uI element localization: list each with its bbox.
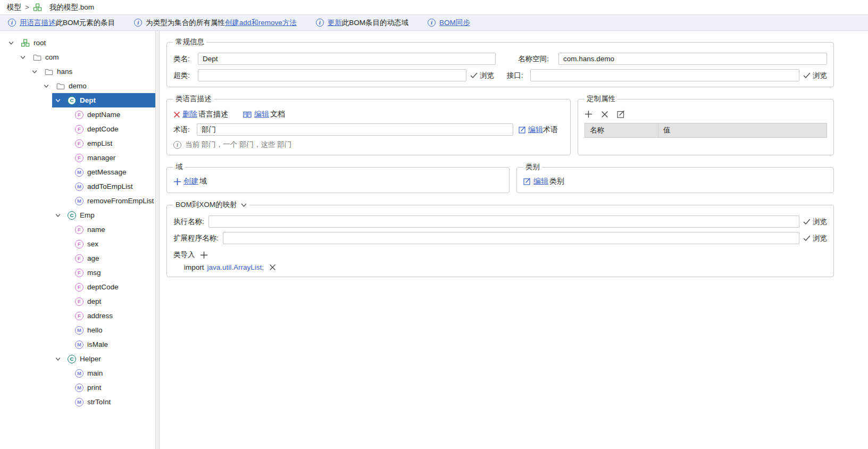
chevron-down-icon[interactable]: [55, 356, 68, 362]
categories-section: 类别 编辑 类别: [516, 162, 834, 193]
executor-name-label: 扩展程序名称:: [173, 234, 219, 243]
infobar-item-text: 为类型为集合的所有属性创建add和remove方法: [146, 18, 297, 28]
add-import-button[interactable]: [200, 251, 208, 259]
tree-item-label: removeFromEmpList: [87, 197, 154, 205]
tree-item-strToInt[interactable]: MstrToInt: [64, 395, 155, 409]
tree-item-label: demo: [69, 82, 87, 90]
tree-item-msg[interactable]: Fmsg: [64, 265, 155, 280]
superclass-input[interactable]: [198, 69, 466, 81]
executor-name-input[interactable]: [223, 232, 799, 244]
interface-browse-button[interactable]: 浏览: [803, 71, 827, 80]
tree-item-addToEmpList[interactable]: MaddToEmpList: [64, 179, 155, 194]
column-header-value[interactable]: 值: [658, 126, 827, 135]
edit-categories-link[interactable]: 编辑: [533, 177, 548, 186]
tree-item-label: empList: [87, 139, 112, 147]
tree-item-label: main: [87, 369, 103, 377]
tree-item-label: isMale: [87, 340, 108, 348]
execution-name-input[interactable]: [208, 215, 799, 228]
infobar-action-link[interactable]: 更新: [328, 19, 342, 27]
tree-item-deptCode[interactable]: FdeptCode: [64, 122, 155, 136]
tree-item-label: age: [87, 254, 99, 262]
tree-item-Dept[interactable]: CDept: [52, 93, 155, 107]
infobar-item-text: 用语言描述此BOM元素的条目: [20, 18, 115, 28]
chevron-down-icon[interactable]: [8, 40, 21, 46]
tree-item-address[interactable]: Faddress: [64, 309, 155, 323]
edit-property-button[interactable]: [617, 110, 625, 118]
superclass-browse-button[interactable]: 浏览: [470, 71, 494, 80]
quickfix-info-bar: i用语言描述此BOM元素的条目i为类型为集合的所有属性创建add和remove方…: [0, 14, 868, 31]
tree-item-Helper[interactable]: CHelper: [52, 352, 155, 366]
create-domain-link[interactable]: 创建: [183, 177, 198, 186]
bom-tree-panel: rootcomhansdemoCDeptFdeptNameFdeptCodeFe…: [0, 31, 155, 449]
field-icon: F: [75, 269, 84, 277]
field-icon: F: [75, 226, 84, 234]
method-icon: M: [75, 340, 84, 349]
tree-item-dept[interactable]: Fdept: [64, 294, 155, 309]
remove-property-button[interactable]: [601, 111, 608, 118]
chevron-down-icon[interactable]: [55, 97, 68, 104]
remove-import-button[interactable]: [269, 264, 276, 271]
tree-item-main[interactable]: Mmain: [64, 366, 155, 380]
edit-documentation-link[interactable]: 编辑: [254, 110, 269, 119]
column-header-name[interactable]: 名称: [585, 123, 658, 137]
delete-verbalization-link[interactable]: 删除: [182, 110, 197, 119]
tree-item-removeFromEmpList[interactable]: MremoveFromEmpList: [64, 194, 155, 208]
infobar-action-link[interactable]: BOM同步: [439, 19, 470, 27]
tree-item-empList[interactable]: FempList: [64, 136, 155, 151]
term-preview-text: 当前 部门，一个 部门，这些 部门: [185, 140, 291, 149]
breadcrumb-current-file: 我的模型.bom: [49, 3, 94, 12]
tree-item-label: msg: [87, 269, 101, 277]
tree-item-age[interactable]: Fage: [64, 251, 155, 265]
tree-item-hans[interactable]: hans: [29, 64, 155, 79]
chevron-down-icon[interactable]: [55, 212, 68, 219]
chevron-down-icon[interactable]: [43, 83, 56, 89]
tree-item-com[interactable]: com: [17, 50, 155, 64]
tree-item-print[interactable]: Mprint: [64, 380, 155, 395]
class-imports-label: 类导入: [173, 250, 195, 260]
method-icon: M: [75, 398, 84, 406]
tree-item-isMale[interactable]: MisMale: [64, 337, 155, 352]
namespace-label: 名称空间:: [518, 54, 558, 64]
term-input[interactable]: [197, 123, 513, 136]
tree-item-label: deptName: [87, 111, 120, 119]
execution-name-browse-button[interactable]: 浏览: [803, 217, 827, 227]
class-editor-panel: 常规信息 类名: 名称空间: 超类: 浏览 接口:: [160, 31, 868, 449]
add-property-button[interactable]: [585, 110, 592, 118]
tree-item-deptCode[interactable]: FdeptCode: [64, 280, 155, 294]
namespace-input[interactable]: [558, 53, 827, 65]
breadcrumb-model-link[interactable]: 模型: [7, 3, 21, 12]
term-label: 术语:: [173, 125, 197, 135]
infobar-action-link[interactable]: 创建add和remove方法: [225, 19, 297, 27]
tree-item-Emp[interactable]: CEmp: [52, 208, 155, 222]
tree-item-label: hans: [57, 68, 72, 76]
panel-splitter[interactable]: [155, 31, 160, 449]
infobar-item-0: i用语言描述此BOM元素的条目: [8, 18, 115, 28]
chevron-down-icon[interactable]: [20, 54, 32, 61]
executor-name-browse-button[interactable]: 浏览: [803, 234, 827, 243]
general-info-section: 常规信息 类名: 名称空间: 超类: 浏览 接口:: [166, 37, 834, 87]
infobar-action-link[interactable]: 用语言描述: [20, 19, 56, 27]
edit-categories-rest: 类别: [549, 177, 564, 186]
tree-item-deptName[interactable]: FdeptName: [64, 107, 155, 122]
tree-item-label: getMessage: [87, 168, 127, 176]
tree-item-manager[interactable]: Fmanager: [64, 151, 155, 165]
chevron-down-icon[interactable]: [31, 69, 44, 75]
field-icon: F: [75, 139, 84, 148]
edit-term-link[interactable]: 编辑: [528, 125, 543, 135]
tree-item-getMessage[interactable]: MgetMessage: [64, 165, 155, 179]
tree-item-label: deptCode: [87, 125, 119, 133]
tree-item-name[interactable]: Fname: [64, 222, 155, 237]
collapse-chevron-icon[interactable]: [240, 202, 247, 209]
verbalization-section: 类语言描述 删除 语言描述 编辑 文档: [166, 94, 571, 155]
class-name-input[interactable]: [198, 53, 496, 65]
interface-input[interactable]: [530, 69, 799, 81]
class-icon: C: [68, 211, 76, 220]
import-class-link[interactable]: java.util.ArrayList;: [207, 263, 264, 271]
tree-item-label: root: [34, 39, 46, 47]
tree-item-demo[interactable]: demo: [40, 79, 155, 93]
tree-item-label: addToEmpList: [87, 182, 133, 190]
tree-item-hello[interactable]: Mhello: [64, 323, 155, 337]
tree-item-root[interactable]: root: [5, 36, 155, 50]
folder-icon: [44, 67, 53, 76]
tree-item-sex[interactable]: Fsex: [64, 237, 155, 251]
